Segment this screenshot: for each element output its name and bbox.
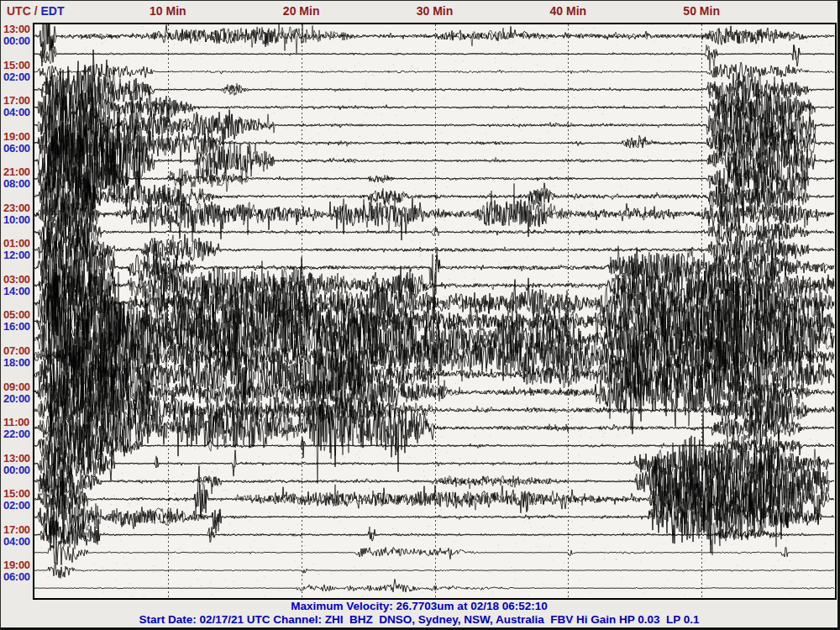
seismogram-canvas[interactable] [34,24,835,598]
edt-hour-label: 04:00 [3,107,33,118]
time-label-pair: 13:0000:00 [3,24,33,47]
edt-hour-label: 12:00 [3,249,33,261]
time-label-pair: 11:0022:00 [3,417,33,440]
edt-hour-label: 02:00 [3,71,33,83]
utc-hour-label: 13:00 [3,453,33,465]
edt-label: EDT [40,4,64,18]
utc-hour-label: 23:00 [3,202,33,214]
time-label-pair: 19:0006:00 [3,131,33,155]
time-label-pair: 05:0016:00 [3,309,33,333]
time-label-pair: 15:0002:00 [3,60,33,83]
utc-hour-label: 15:00 [3,60,33,71]
utc-hour-label: 09:00 [3,381,33,393]
time-label-pair: 03:0014:00 [3,274,33,297]
edt-hour-label: 00:00 [3,35,33,47]
edt-hour-label: 06:00 [3,571,33,583]
time-label-pair: 15:0002:00 [3,488,33,512]
edt-hour-label: 14:00 [3,286,33,297]
max-velocity-status: Maximum Velocity: 26.7703um at 02/18 06:… [1,600,837,612]
time-label-pair: 19:0006:00 [3,559,33,583]
minute-mark-30: 30 Min [417,4,454,18]
timezone-separator: / [31,4,41,18]
edt-hour-label: 06:00 [3,143,33,155]
utc-hour-label: 03:00 [3,274,33,286]
edt-hour-label: 00:00 [3,465,33,476]
edt-hour-label: 10:00 [3,214,33,226]
time-label-pair: 01:0012:00 [3,238,33,261]
utc-hour-label: 19:00 [3,559,33,571]
time-label-pair: 21:0008:00 [3,166,33,190]
seismogram-plot-frame [33,23,837,600]
time-label-pair: 23:0010:00 [3,202,33,226]
edt-hour-label: 02:00 [3,500,33,512]
time-label-pair: 13:0000:00 [3,453,33,476]
minute-mark-10: 10 Min [150,4,186,18]
edt-hour-label: 04:00 [3,536,33,548]
edt-hour-label: 08:00 [3,178,33,190]
utc-hour-label: 13:00 [3,24,33,35]
utc-hour-label: 05:00 [3,309,33,321]
time-label-pair: 07:0018:00 [3,345,33,369]
utc-hour-label: 15:00 [3,488,33,500]
utc-label: UTC [7,4,31,18]
time-label-pair: 17:0004:00 [3,524,33,548]
edt-hour-label: 20:00 [3,393,33,405]
utc-hour-label: 17:00 [3,95,33,107]
utc-hour-label: 21:00 [3,166,33,178]
minute-mark-20: 20 Min [283,4,320,18]
utc-hour-label: 19:00 [3,131,33,143]
helicorder-window: UTC / EDT 10 Min20 Min30 Min40 Min50 Min… [0,0,840,630]
time-label-pair: 17:0004:00 [3,95,33,118]
utc-hour-label: 07:00 [3,345,33,357]
channel-info-status: Start Date: 02/17/21 UTC Channel: ZHI BH… [1,613,837,626]
edt-hour-label: 22:00 [3,428,33,440]
minute-mark-50: 50 Min [683,4,720,18]
utc-hour-label: 11:00 [3,417,33,428]
minute-mark-40: 40 Min [550,4,587,18]
edt-hour-label: 18:00 [3,357,33,369]
edt-hour-label: 16:00 [3,321,33,333]
utc-hour-label: 01:00 [3,238,33,249]
utc-hour-label: 17:00 [3,524,33,536]
timezone-legend: UTC / EDT [7,4,64,18]
time-label-pair: 09:0020:00 [3,381,33,405]
